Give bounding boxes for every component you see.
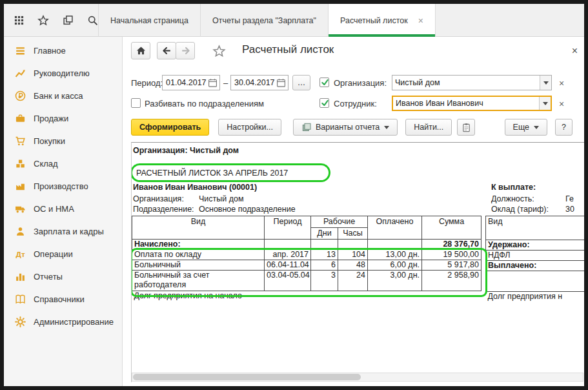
cell-hours: 24	[338, 271, 368, 291]
home-button[interactable]	[131, 42, 150, 59]
org-input[interactable]	[392, 76, 540, 90]
report-form: Расчетный листок × Период: – …	[123, 37, 584, 386]
tab-salary-reports[interactable]: Отчеты раздела "Зарплата"	[200, 4, 328, 37]
calendar-icon[interactable]	[276, 78, 286, 88]
favorites-star-icon[interactable]	[35, 12, 52, 29]
sidebar-item-operacii[interactable]: Дт Операции	[4, 243, 122, 265]
sidebar-item-administrirovanie[interactable]: Администрирование	[4, 311, 122, 333]
cell-hours: 104	[338, 250, 368, 260]
svg-text:Дт: Дт	[16, 250, 25, 258]
tab-home[interactable]: Начальная страница	[98, 4, 200, 37]
sidebar-item-bank-i-kassa[interactable]: Банк и касса	[4, 85, 122, 107]
recent-windows-icon[interactable]	[59, 12, 76, 29]
org-combo-field	[392, 75, 552, 90]
sidebar-item-proizvodstvo[interactable]: Производство	[4, 175, 122, 198]
cell-period: апр. 2017	[265, 250, 311, 260]
forward-button[interactable]	[176, 42, 195, 59]
find-button[interactable]: Найти...	[405, 119, 452, 136]
employee-clear-button[interactable]: ×	[556, 98, 567, 110]
app-window: Начальная страница Отчеты раздела "Зарпл…	[0, 0, 588, 390]
scrollbar-thumb[interactable]	[133, 374, 361, 380]
period-label: Период:	[131, 78, 163, 88]
sidebar-item-label: Зарплата и кадры	[34, 227, 104, 236]
filter-row-employee: Разбивать по подразделениям Сотрудник: ×	[123, 96, 584, 112]
sidebar-item-label: Главное	[34, 46, 66, 56]
table-row: НДФЛ	[486, 251, 585, 261]
app-body: Главное Руководителю Банк и касса Продаж…	[4, 37, 584, 386]
org-checkbox[interactable]	[319, 77, 329, 87]
sidebar-item-pokupki[interactable]: Покупки	[4, 130, 122, 152]
sidebar-item-sklad[interactable]: Склад	[4, 152, 122, 175]
org-dropdown-button[interactable]	[540, 76, 551, 90]
sidebar-item-otchety[interactable]: Отчеты	[4, 265, 122, 288]
sidebar-item-zarplata-i-kadry[interactable]: Зарплата и кадры	[4, 220, 122, 243]
employee-input[interactable]	[393, 97, 539, 110]
cell-paid: 3,00 дн.	[368, 271, 422, 291]
settings-button[interactable]: Настройки...	[218, 119, 281, 136]
employee-line: Иванов Иван Иванович (00001)	[133, 183, 257, 192]
favorite-toggle-star-icon[interactable]	[212, 45, 226, 61]
position-label: Должность:	[491, 194, 534, 203]
calendar-icon[interactable]	[208, 78, 218, 88]
date-to-input[interactable]	[231, 78, 276, 87]
salary-label: Оклад (тариф):	[491, 205, 549, 214]
report-org-line: Организация: Чистый дом	[133, 146, 239, 155]
report-variants-button[interactable]: Варианты отчета	[293, 119, 398, 136]
back-button[interactable]	[157, 42, 176, 59]
cell-paid: 13,00 дн.	[368, 250, 422, 260]
form-header: Расчетный листок ×	[123, 42, 584, 61]
clipboard-icon	[461, 123, 471, 132]
menu-icon	[15, 45, 26, 56]
sidebar-item-rukovoditelyu[interactable]: Руководителю	[4, 62, 122, 85]
table-row: Оплата по окладу апр. 2017 13 104 13,00 …	[132, 250, 482, 260]
more-button[interactable]: Еще	[505, 119, 547, 136]
col-header-kind-right: Вид	[486, 216, 585, 240]
sidebar-item-spravochniki[interactable]: Справочники	[4, 288, 122, 311]
sidebar-item-glavnoe[interactable]: Главное	[4, 39, 122, 62]
col-header-kind: Вид	[132, 216, 265, 240]
clipboard-button[interactable]	[457, 119, 475, 136]
report-variants-label: Варианты отчета	[316, 123, 380, 132]
table-row-footer: Долг предприятия н	[486, 292, 585, 302]
employee-combo-field	[392, 96, 552, 111]
cell-kind: Оплата по окладу	[132, 250, 265, 260]
operations-icon: Дт	[15, 249, 26, 260]
form-close-icon[interactable]: ×	[572, 45, 578, 57]
main-menu-icon[interactable]	[10, 12, 27, 29]
col-header-paid: Оплачено	[368, 216, 422, 240]
period-more-button[interactable]: …	[292, 75, 310, 90]
chevron-down-icon	[384, 126, 389, 129]
chevron-down-icon	[543, 81, 549, 85]
sidebar-item-os-i-nma[interactable]: ОС и НМА	[4, 198, 122, 220]
tab-pay-slip[interactable]: Расчетный листок ×	[328, 4, 436, 37]
cell-kind: Больничный за счет работодателя	[132, 271, 265, 291]
horizontal-scrollbar[interactable]	[132, 373, 583, 382]
org-clear-button[interactable]: ×	[556, 77, 567, 90]
split-by-department-checkbox[interactable]	[131, 98, 141, 108]
cell-period: 06.04-11.04	[265, 260, 311, 271]
sidebar-item-label: Производство	[34, 181, 88, 191]
top-toolbar: Начальная страница Отчеты раздела "Зарпл…	[4, 4, 584, 37]
help-button[interactable]: ?	[555, 119, 573, 136]
tab-label: Начальная страница	[110, 16, 188, 25]
accrued-label: Начислено:	[132, 240, 265, 250]
paid-out-label: Выплачено:	[486, 261, 585, 271]
chart-line-icon	[15, 68, 26, 79]
employee-checkbox[interactable]	[319, 98, 329, 108]
tab-close-icon[interactable]: ×	[418, 16, 423, 25]
org-label[interactable]: Организация:	[334, 78, 387, 88]
date-range-dash: –	[223, 78, 228, 88]
employee-dropdown-button[interactable]	[539, 97, 551, 110]
app-surface: Начальная страница Отчеты раздела "Зарпл…	[4, 4, 584, 386]
generate-button[interactable]: Сформировать	[131, 119, 209, 136]
sidebar-item-prodazhi[interactable]: Продажи	[4, 107, 122, 130]
more-label: Еще	[513, 123, 529, 132]
date-from-input[interactable]	[163, 78, 208, 87]
bar-chart-icon	[15, 271, 26, 282]
gear-icon	[15, 316, 26, 327]
sidebar-item-label: Администрирование	[34, 317, 114, 327]
split-by-department-label[interactable]: Разбивать по подразделениям	[145, 99, 264, 108]
ndfl-cell: НДФЛ	[486, 251, 585, 261]
report-area: Организация: Чистый дом РАСЧЕТНЫЙ ЛИСТОК…	[131, 142, 584, 382]
employee-label[interactable]: Сотрудник:	[334, 99, 377, 108]
